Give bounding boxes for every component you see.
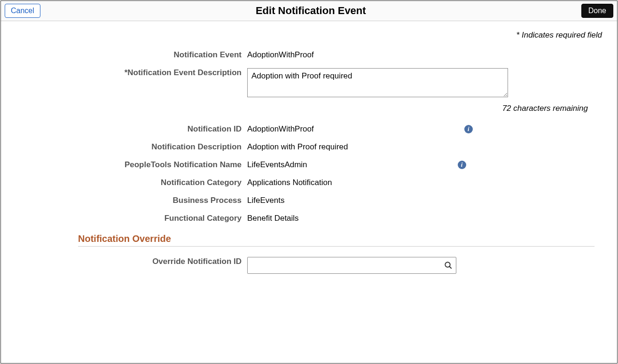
notification-event-description-input[interactable] (247, 68, 508, 97)
row-pt-notification-name: PeopleTools Notification Name LifeEvents… (12, 158, 606, 170)
done-button[interactable]: Done (581, 4, 613, 18)
label-notification-category: Notification Category (12, 176, 247, 187)
svg-line-1 (449, 266, 452, 269)
page-title: Edit Notification Event (40, 5, 581, 17)
value-notification-id: AdoptionWithProof (247, 124, 314, 134)
content-area: * Indicates required field Notification … (1, 21, 617, 274)
row-notification-category: Notification Category Applications Notif… (12, 176, 606, 187)
info-icon[interactable]: i (464, 125, 473, 133)
value-notification-category: Applications Notification (247, 176, 606, 187)
label-notification-event: Notification Event (12, 48, 247, 60)
label-notification-description: Notification Description (12, 140, 247, 152)
row-override-notification-id: Override Notification ID (12, 255, 606, 274)
search-icon[interactable] (444, 261, 453, 270)
override-notification-id-input[interactable] (247, 257, 456, 274)
value-notification-event: AdoptionWithProof (247, 48, 606, 60)
required-field-note: * Indicates required field (12, 31, 606, 40)
characters-remaining: 72 characters remaining (12, 104, 606, 113)
label-notification-event-description: *Notification Event Description (12, 66, 247, 77)
notification-override-header: Notification Override (78, 233, 540, 244)
label-pt-notification-name: PeopleTools Notification Name (12, 158, 247, 170)
value-functional-category: Benefit Details (247, 212, 606, 223)
value-notification-event-description (247, 66, 606, 97)
section-divider (78, 246, 595, 247)
row-business-process: Business Process LifeEvents (12, 194, 606, 205)
label-override-notification-id: Override Notification ID (12, 255, 247, 266)
row-notification-event-description: *Notification Event Description (12, 66, 606, 97)
label-business-process: Business Process (12, 194, 247, 205)
info-icon[interactable]: i (458, 161, 466, 169)
cancel-button[interactable]: Cancel (5, 4, 40, 18)
main-container: Cancel Edit Notification Event Done * In… (0, 0, 618, 364)
header-bar: Cancel Edit Notification Event Done (1, 1, 617, 21)
value-business-process: LifeEvents (247, 194, 606, 205)
svg-point-0 (445, 262, 450, 267)
value-pt-notification-name: LifeEventsAdmin (247, 160, 307, 170)
row-notification-id: Notification ID AdoptionWithProof i (12, 123, 606, 134)
label-functional-category: Functional Category (12, 212, 247, 223)
label-notification-id: Notification ID (12, 123, 247, 134)
override-input-wrap (247, 257, 456, 274)
value-notification-description: Adoption with Proof required (247, 140, 606, 152)
row-notification-description: Notification Description Adoption with P… (12, 140, 606, 152)
row-functional-category: Functional Category Benefit Details (12, 212, 606, 223)
row-notification-event: Notification Event AdoptionWithProof (12, 48, 606, 60)
